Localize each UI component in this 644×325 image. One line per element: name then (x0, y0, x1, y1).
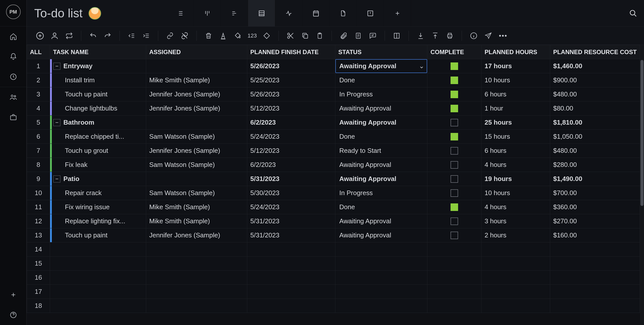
project-avatar[interactable] (89, 7, 101, 20)
date-cell[interactable]: 5/31/2023 (247, 214, 335, 228)
hours-cell[interactable]: 17 hours (481, 59, 550, 73)
status-cell[interactable]: Done (335, 130, 427, 143)
complete-checkbox[interactable] (451, 218, 458, 225)
date-cell[interactable]: 5/12/2023 (247, 144, 335, 158)
row-number[interactable]: 12 (27, 214, 50, 228)
search-button[interactable] (627, 7, 639, 20)
link-button[interactable] (164, 29, 176, 42)
date-cell[interactable]: 6/2/2023 (247, 158, 335, 172)
sidebar-portfolio[interactable] (0, 107, 26, 127)
task-name[interactable]: Touch up paint (65, 90, 107, 98)
assigned-cell[interactable]: Jennifer Jones (Sample) (146, 228, 247, 242)
row-number[interactable]: 10 (27, 186, 50, 200)
table-row[interactable]: 14 (27, 242, 640, 257)
assigned-cell[interactable]: Mike Smith (Sample) (146, 73, 247, 87)
col-header-date[interactable]: PLANNED FINISH DATE (247, 45, 335, 59)
status-cell[interactable]: Awaiting Approval (335, 228, 427, 242)
table-row[interactable]: 11Fix wiring issueMike Smith (Sample)5/2… (27, 200, 640, 214)
status-cell[interactable]: Ready to Start (335, 144, 427, 158)
complete-checkbox[interactable] (451, 105, 458, 112)
view-board[interactable] (194, 0, 221, 26)
date-cell[interactable]: 5/26/2023 (247, 87, 335, 101)
table-row[interactable]: 15 (27, 257, 640, 271)
recurring-button[interactable] (63, 29, 75, 42)
complete-checkbox[interactable] (451, 91, 458, 98)
row-number[interactable]: 17 (27, 285, 50, 299)
date-cell[interactable]: 5/12/2023 (247, 101, 335, 116)
cost-cell[interactable]: $1,460.00 (550, 59, 640, 73)
assigned-cell[interactable] (146, 172, 247, 186)
date-cell[interactable]: 5/24/2023 (247, 130, 335, 144)
table-row[interactable]: 3Touch up paintJennifer Jones (Sample)5/… (27, 87, 640, 101)
hours-cell[interactable]: 1 hour (481, 101, 550, 116)
assigned-cell[interactable]: Jennifer Jones (Sample) (146, 144, 247, 158)
cost-cell[interactable]: $160.00 (550, 228, 640, 242)
task-name[interactable]: Change lightbulbs (65, 104, 117, 112)
task-name[interactable]: Install trim (65, 76, 95, 84)
task-name[interactable]: Fix wiring issue (65, 203, 110, 211)
row-number[interactable]: 8 (27, 158, 50, 172)
collapse-toggle[interactable]: − (53, 175, 60, 183)
complete-checkbox[interactable] (451, 133, 458, 140)
columns-button[interactable] (390, 29, 403, 42)
assigned-cell[interactable]: Sam Watson (Sample) (146, 158, 247, 172)
print-button[interactable] (444, 29, 456, 42)
table-row[interactable]: 13Touch up paintJennifer Jones (Sample)5… (27, 228, 640, 242)
sidebar-recent[interactable] (0, 67, 26, 87)
date-cell[interactable]: 5/31/2023 (247, 228, 335, 242)
copy-button[interactable] (299, 29, 311, 42)
redo-button[interactable] (101, 29, 114, 42)
indent-button[interactable] (140, 29, 152, 42)
view-risks[interactable] (357, 0, 384, 26)
add-task-button[interactable] (34, 29, 46, 42)
assigned-cell[interactable]: Sam Watson (Sample) (146, 186, 247, 200)
task-name[interactable]: Touch up grout (65, 147, 108, 155)
date-cell[interactable]: 5/30/2023 (247, 186, 335, 200)
table-row[interactable]: 12Replace lighting fix...Mike Smith (Sam… (27, 214, 640, 228)
task-name[interactable]: Repair crack (65, 189, 102, 197)
hours-cell[interactable]: 10 hours (481, 73, 550, 87)
task-name[interactable]: Replace lighting fix... (65, 217, 125, 225)
more-button[interactable] (497, 29, 509, 42)
complete-checkbox[interactable] (451, 203, 458, 211)
add-user-button[interactable] (48, 29, 61, 42)
assigned-cell[interactable]: Sam Watson (Sample) (146, 130, 247, 144)
col-header-complete[interactable]: COMPLETE (427, 45, 481, 59)
row-number[interactable]: 5 (27, 116, 50, 130)
row-number[interactable]: 18 (27, 299, 50, 313)
status-cell[interactable]: In Progress (335, 87, 427, 101)
delete-button[interactable] (202, 29, 215, 42)
table-row[interactable]: 17 (27, 285, 640, 299)
view-calendar[interactable] (302, 0, 330, 26)
status-cell[interactable]: Awaiting Approval (335, 101, 427, 115)
task-name[interactable]: Bathroom (63, 119, 94, 126)
col-header-status[interactable]: STATUS (335, 45, 427, 59)
cost-cell[interactable]: $480.00 (550, 144, 640, 158)
task-grid[interactable]: ALL TASK NAME ASSIGNED PLANNED FINISH DA… (27, 45, 640, 325)
hours-cell[interactable]: 19 hours (481, 172, 550, 186)
cost-cell[interactable]: $700.00 (550, 186, 640, 200)
complete-checkbox[interactable] (451, 189, 458, 197)
table-row[interactable]: 9−Patio5/31/2023Awaiting Approval19 hour… (27, 172, 640, 186)
number-format-button[interactable]: 123 (246, 32, 258, 39)
table-row[interactable]: 2Install trimMike Smith (Sample)5/25/202… (27, 73, 640, 87)
hours-cell[interactable]: 6 hours (481, 144, 550, 158)
notes-button[interactable] (352, 29, 365, 42)
row-number[interactable]: 6 (27, 130, 50, 144)
task-name[interactable]: Replace chipped ti... (65, 133, 124, 140)
status-cell[interactable]: Awaiting Approval (335, 214, 427, 228)
date-cell[interactable]: 5/24/2023 (247, 200, 335, 214)
task-name[interactable]: Touch up paint (65, 231, 107, 239)
assigned-cell[interactable]: Jennifer Jones (Sample) (146, 101, 247, 116)
complete-checkbox[interactable] (451, 62, 458, 70)
table-row[interactable]: 7Touch up groutJennifer Jones (Sample)5/… (27, 144, 640, 158)
table-row[interactable]: 4Change lightbulbsJennifer Jones (Sample… (27, 101, 640, 116)
undo-button[interactable] (87, 29, 99, 42)
status-cell[interactable]: Awaiting Approval (335, 172, 427, 186)
row-number[interactable]: 14 (27, 242, 50, 257)
hours-cell[interactable]: 6 hours (481, 87, 550, 101)
view-add[interactable] (384, 0, 411, 26)
import-button[interactable] (414, 29, 427, 42)
row-number[interactable]: 11 (27, 200, 50, 214)
row-number[interactable]: 4 (27, 101, 50, 116)
